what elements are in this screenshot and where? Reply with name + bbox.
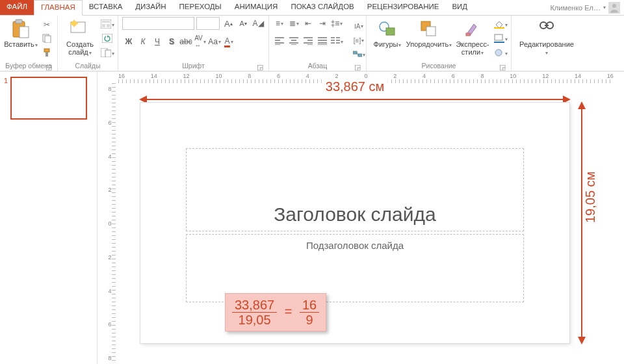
clear-format-button[interactable]: A◢ [252,17,265,30]
arrange-button[interactable]: Упорядочить▾ [407,17,451,49]
height-dimension-annotation: 19,05 см [575,103,589,343]
italic-button[interactable]: К [136,35,150,48]
tab-transitions[interactable]: ПЕРЕХОДЫ [173,0,228,15]
tab-insert[interactable]: ВСТАВКА [83,0,129,15]
frac-b-den: 9 [306,313,313,327]
shape-effects-button[interactable]: ▾ [494,47,507,60]
numbering-icon: ≣ [289,19,296,28]
font-size-select[interactable] [196,17,220,30]
drawing-dialog-launcher[interactable]: ◲ [499,63,506,70]
svg-point-27 [495,49,502,56]
tab-view[interactable]: ВИД [445,0,474,15]
shapes-label: Фигуры [374,40,398,48]
editing-label: Редактирование [519,40,574,48]
svg-rect-26 [494,42,504,43]
font-name-select[interactable] [122,17,194,30]
align-text-icon: [≡] [354,37,361,44]
account-area[interactable]: Клименко Ел… ▾ [550,0,624,15]
user-name: Клименко Ел… [550,4,601,12]
align-text-button[interactable]: [≡]▾ [352,34,365,47]
strike-button[interactable]: abc [179,35,192,48]
tab-animation[interactable]: АНИМАЦИЯ [228,0,285,15]
tab-slideshow[interactable]: ПОКАЗ СЛАЙДОВ [284,0,360,15]
char-spacing-button[interactable]: AV↔▾ [194,35,207,48]
title-placeholder[interactable]: Заголовок слайда [186,148,524,231]
fill-icon [494,20,504,31]
editing-button[interactable]: Редактирование▾ [515,17,578,57]
bullets-button[interactable]: ≡▾ [273,17,286,30]
increase-indent-button[interactable]: ⇥ [316,17,329,30]
text-direction-button[interactable]: ⅠA▾ [352,20,365,32]
font-color-button[interactable]: A▾ [222,35,235,48]
underline-button[interactable]: Ч [151,35,164,48]
svg-rect-13 [107,24,110,27]
shrink-font-button[interactable]: A▾ [237,17,250,30]
smartart-button[interactable]: ▾ [352,48,365,61]
reset-button[interactable] [101,32,114,46]
layout-button[interactable]: ▾ [101,18,114,31]
frac-a-num: 33,867 [232,298,277,313]
justify-button[interactable] [316,35,329,48]
height-value: 19,05 см [583,172,598,223]
new-slide-button[interactable]: Создать слайд▾ [62,17,98,57]
effects-icon [494,48,504,59]
group-font: A▴ A▾ A◢ Ж К Ч S abc AV↔▾ Aa▾ A▾ Шрифт ◲ [118,16,269,71]
shape-fill-button[interactable]: ▾ [494,18,507,31]
slide-canvas-area: 1614121086420246810121416 864202468 33,8… [98,72,624,364]
copy-icon [42,34,51,45]
grow-font-button[interactable]: A▴ [222,17,235,30]
tab-design[interactable]: ДИЗАЙН [129,0,172,15]
svg-rect-16 [105,50,111,57]
paste-button[interactable]: Вставить▾ [4,17,38,49]
svg-rect-3 [20,27,29,38]
shapes-button[interactable]: Фигуры▾ [370,17,404,49]
quick-styles-button[interactable]: Экспресс-стили▾ [454,17,491,57]
tab-review[interactable]: РЕЦЕНЗИРОВАНИЕ [361,0,446,15]
tab-home[interactable]: ГЛАВНАЯ [34,0,83,16]
slide-1[interactable]: Заголовок слайда Подзаголовок слайда 33,… [140,103,569,343]
avatar-icon [608,2,620,14]
paste-label: Вставить [4,40,34,48]
align-left-button[interactable] [273,35,286,48]
spacing-icon: AV↔ [194,34,203,49]
quick-styles-icon [462,18,483,39]
svg-rect-2 [16,20,22,23]
tab-file[interactable]: ФАЙЛ [0,0,34,15]
ruler-vertical: 864202468 [104,83,116,364]
decrease-indent-button[interactable]: ⇤ [302,17,315,30]
new-slide-icon [70,18,90,39]
format-painter-button[interactable] [40,47,53,60]
frac-a-den: 19,05 [239,313,271,327]
thumb-number: 1 [4,77,8,120]
thumbnail-slide-1[interactable]: 1 [4,77,93,120]
ratio-formula-box: 33,86719,05 = 169 [225,293,326,332]
align-right-button[interactable] [302,35,315,48]
paragraph-dialog-launcher[interactable]: ◲ [354,63,361,70]
copy-button[interactable] [40,32,53,46]
width-dimension-annotation: 33,867 см [140,90,569,104]
svg-rect-23 [466,33,470,36]
line-spacing-button[interactable]: ‡≡▾ [330,17,343,30]
change-case-button[interactable]: Aa▾ [208,35,221,48]
numbering-button[interactable]: ≣▾ [287,17,300,30]
columns-icon [331,37,340,47]
shadow-button[interactable]: S [165,35,178,48]
slide-thumbnails-panel[interactable]: 1 [0,72,98,364]
align-right-icon [304,37,313,47]
group-font-label: Шрифт [182,62,205,70]
shape-outline-button[interactable]: ▾ [494,32,507,46]
subtitle-placeholder[interactable]: Подзаголовок слайда [186,234,524,302]
slide-viewport[interactable]: 33,867 см Заголовок слайда Подзаголовок … [129,90,604,358]
columns-button[interactable]: ▾ [330,35,343,48]
bold-button[interactable]: Ж [122,35,135,48]
font-dialog-launcher[interactable]: ◲ [257,63,263,70]
ribbon: Вставить▾ ✂ Буфер обмена ◲ Создать слайд… [0,16,624,72]
group-drawing: Фигуры▾ Упорядочить▾ Экспресс-стили▾ ▾ ▾… [367,16,512,71]
clipboard-dialog-launcher[interactable]: ◲ [46,63,52,70]
align-center-button[interactable] [287,35,300,48]
svg-rect-6 [44,49,49,52]
section-button[interactable]: ▾ [101,47,114,60]
cut-button[interactable]: ✂ [40,18,53,31]
font-color-icon: A [224,36,229,47]
outline-icon [494,34,504,45]
